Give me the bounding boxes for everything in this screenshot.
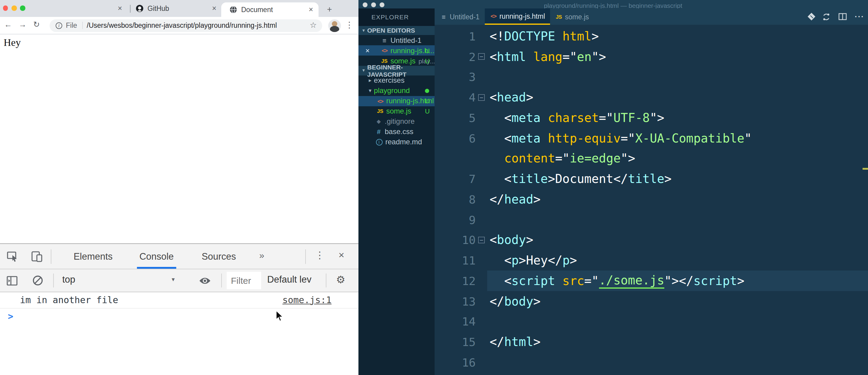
profile-avatar[interactable] bbox=[328, 19, 341, 32]
zoom-window-button[interactable] bbox=[20, 5, 25, 10]
clear-console-icon[interactable] bbox=[32, 275, 43, 286]
close-window-button[interactable] bbox=[3, 5, 8, 10]
editor-tab-running-js-html[interactable]: <>running-js.html bbox=[485, 8, 550, 25]
chevron-down-icon: ▾ bbox=[362, 28, 365, 33]
execution-context-selector[interactable]: top bbox=[62, 274, 75, 285]
script-src-link[interactable]: ./some.js bbox=[599, 273, 664, 288]
token: > bbox=[548, 171, 555, 186]
token: p bbox=[562, 253, 570, 268]
forward-icon[interactable]: → bbox=[19, 20, 27, 29]
sidebar-section-open-editors[interactable]: ▾OPEN EDITORS bbox=[358, 26, 435, 35]
file-lines-icon: ≡ bbox=[440, 13, 447, 20]
devtools-tab-sources[interactable]: Sources bbox=[202, 244, 236, 269]
browser-tab-1[interactable]: × bbox=[29, 0, 128, 17]
editor-tab-untitled-1[interactable]: ≡Untitled-1 bbox=[435, 8, 484, 25]
page-info-icon[interactable]: i bbox=[56, 22, 62, 29]
close-tab-icon[interactable]: × bbox=[212, 5, 216, 12]
token: body bbox=[497, 233, 526, 247]
token: </ bbox=[613, 171, 628, 186]
console-source-link[interactable]: some.js:1 bbox=[282, 295, 332, 305]
token: </ bbox=[490, 294, 504, 308]
code-line-10: 10−<body> bbox=[435, 230, 868, 250]
item-label: some.js bbox=[391, 57, 415, 65]
toolbar-divider bbox=[53, 274, 54, 287]
chevron-down-icon[interactable]: ▾ bbox=[172, 276, 175, 283]
sidebar-item-playground[interactable]: ▾playground bbox=[358, 86, 435, 96]
close-tab-icon[interactable]: × bbox=[309, 6, 313, 13]
console-prompt-row[interactable]: > bbox=[0, 309, 358, 327]
editor-actions: ··· bbox=[809, 8, 864, 25]
bookmark-star-icon[interactable]: ☆ bbox=[310, 21, 317, 30]
item-label: Untitled-1 bbox=[391, 36, 422, 44]
address-bar[interactable]: i File /Users/wesbos/beginner-javascript… bbox=[50, 19, 322, 32]
sidebar-item-some-js[interactable]: JSsome.jsplay...U bbox=[358, 56, 435, 66]
sidebar-item-readme-md[interactable]: ireadme.md bbox=[358, 137, 435, 147]
fold-icon[interactable]: − bbox=[476, 53, 487, 60]
sidebar-item--gitignore[interactable]: ◆.gitignore bbox=[358, 116, 435, 127]
inspect-element-icon[interactable] bbox=[7, 250, 19, 263]
token: title bbox=[512, 171, 548, 186]
close-icon[interactable]: × bbox=[365, 46, 370, 55]
code-text: <meta charset="UTF-8"> bbox=[487, 107, 868, 128]
code-line-16: 16 bbox=[435, 352, 868, 373]
token: > bbox=[519, 253, 526, 268]
console-filter-input[interactable] bbox=[227, 272, 261, 289]
split-editor-icon[interactable] bbox=[838, 13, 847, 21]
new-tab-button[interactable]: + bbox=[324, 3, 335, 15]
back-icon[interactable]: ← bbox=[4, 20, 12, 29]
sync-icon[interactable] bbox=[822, 12, 831, 21]
browser-tab-document[interactable]: Document × bbox=[221, 2, 318, 17]
code-text: <body> bbox=[487, 230, 868, 250]
prettier-format-icon[interactable] bbox=[808, 13, 815, 20]
token: content bbox=[504, 151, 555, 166]
tab-title: GitHub bbox=[148, 5, 169, 12]
chrome-menu-icon[interactable]: ⋮ bbox=[345, 20, 353, 30]
browser-tab-github[interactable]: GitHub × bbox=[132, 0, 221, 17]
address-url[interactable]: /Users/wesbos/beginner-javascript/playgr… bbox=[87, 22, 277, 29]
explorer-header: EXPLORER bbox=[358, 8, 435, 26]
fold-icon[interactable]: − bbox=[476, 237, 487, 243]
more-actions-icon[interactable]: ··· bbox=[855, 12, 864, 21]
js-icon: JS bbox=[380, 58, 389, 64]
device-toolbar-icon[interactable] bbox=[30, 250, 43, 263]
sidebar-item-base-css[interactable]: #base.css bbox=[358, 127, 435, 137]
chrome-tab-strip: × GitHub × Document × bbox=[0, 0, 358, 17]
editor-tab-some-js[interactable]: JSsome.js bbox=[550, 8, 594, 25]
code-text: <html lang="en"> bbox=[487, 46, 868, 67]
code-editor[interactable]: 1<!DOCTYPE html>2−<html lang="en">34−<he… bbox=[435, 25, 868, 375]
token: en bbox=[577, 49, 591, 64]
sidebar-item-some-js[interactable]: JSsome.jsU bbox=[358, 106, 435, 116]
code-text bbox=[487, 67, 868, 87]
token: > bbox=[526, 90, 533, 104]
devtools-close-icon[interactable]: × bbox=[339, 249, 344, 261]
console-sidebar-icon[interactable] bbox=[6, 275, 18, 287]
token: X-UA-Compatible bbox=[635, 131, 744, 145]
minimize-window-button[interactable] bbox=[11, 5, 17, 10]
sidebar-item-exercises[interactable]: ▸exercises bbox=[358, 75, 435, 86]
devtools-menu-icon[interactable]: ⋮ bbox=[315, 249, 324, 261]
sidebar-section-beginner-javascript[interactable]: ▾BEGINNER-JAVASCRIPT bbox=[358, 66, 435, 75]
fold-icon[interactable]: − bbox=[476, 94, 487, 101]
code-line-13: 13</body> bbox=[435, 291, 868, 312]
js-icon: JS bbox=[555, 13, 562, 20]
settings-gear-icon[interactable]: ⚙ bbox=[336, 274, 345, 286]
token: head bbox=[497, 90, 526, 104]
line-number: 10 bbox=[435, 233, 476, 247]
live-expression-eye-icon[interactable] bbox=[198, 276, 212, 286]
tab-title: Document bbox=[241, 6, 273, 13]
token: "> bbox=[591, 49, 606, 64]
sidebar-item-untitled-1[interactable]: ≡Untitled-1 bbox=[358, 35, 435, 45]
sidebar-item-running-js-h-[interactable]: ×<>running-js.h...U bbox=[358, 45, 435, 56]
token: <! bbox=[490, 29, 504, 43]
close-tab-icon[interactable]: × bbox=[118, 5, 122, 12]
code-line-5: 5 <meta charset="UTF-8"> bbox=[435, 107, 868, 128]
token: < bbox=[490, 253, 512, 268]
devtools-tab-elements[interactable]: Elements bbox=[73, 244, 113, 269]
more-panels-icon[interactable]: » bbox=[259, 250, 265, 260]
reload-icon[interactable]: ↻ bbox=[33, 20, 40, 29]
sidebar-item-running-js-html[interactable]: <>running-js.htmlU bbox=[358, 96, 435, 106]
token: ie=edge bbox=[570, 151, 621, 166]
log-levels-dropdown[interactable]: Default lev bbox=[267, 274, 311, 285]
devtools-tab-console[interactable]: Console bbox=[139, 244, 174, 269]
token: > bbox=[533, 335, 541, 349]
